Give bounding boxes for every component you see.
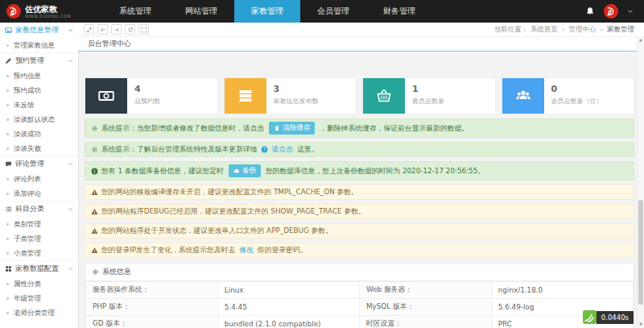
alert-text: 系统提示：了解后台管理系统特性及版本更新详情 <box>101 145 258 154</box>
scroll-down-arrow-icon[interactable]: ▼ <box>638 321 644 328</box>
arrow-left-icon <box>100 27 106 33</box>
sidebar-item[interactable]: 类别管理 <box>0 217 78 231</box>
stat-value: 1 <box>412 84 444 94</box>
clear-cache-button[interactable]: 清除缓存 <box>269 122 315 135</box>
sidebar-group-label: 家教数据配置 <box>15 264 59 274</box>
warning-icon <box>91 208 98 215</box>
nav-item[interactable]: 系统管理 <box>102 0 168 23</box>
notification-bell-icon[interactable] <box>585 6 595 16</box>
scroll-up-arrow-icon[interactable]: ▲ <box>638 36 644 44</box>
collapse-button[interactable] <box>84 24 94 35</box>
pencil-icon <box>5 57 12 64</box>
vertical-scrollbar[interactable]: ▲ ▼ <box>637 36 644 328</box>
brand[interactable]: 佐优家教 WWW.ZUOYOU.COM <box>0 4 91 19</box>
breadcrumb-separator: ＞ <box>560 26 567 34</box>
grid-icon <box>5 265 12 272</box>
sidebar-item[interactable]: 小类管理 <box>0 246 78 260</box>
sidebar-group-header[interactable]: 评论管理 <box>0 156 78 172</box>
sidebar-item[interactable]: 洽谈默认状态 <box>0 112 78 127</box>
backup-button[interactable]: 备份 <box>229 164 261 177</box>
stat-cards: 4总预约数3家教信息发布数1教员总数量0会员总数量（位） <box>85 77 634 114</box>
sidebar-group-header[interactable]: 预约管理 <box>0 53 78 69</box>
refresh-button[interactable] <box>125 24 135 35</box>
alert-text: ，删除掉系统缓存，保证前台显示最新的数据。 <box>320 124 469 133</box>
tab-bar: 后台管理中心 <box>78 37 644 52</box>
scrollbar-thumb[interactable] <box>638 200 643 305</box>
system-info-header: 系统信息 <box>85 264 634 281</box>
arrow-right-button[interactable] <box>111 24 122 35</box>
breadcrumb-item[interactable]: 管理中心 <box>569 25 597 35</box>
alert-text: 您的网站的模板编译缓存未开启，建议更改配置文件的 TMPL_CACHE_ON 参… <box>101 188 358 197</box>
trash-icon <box>274 125 280 131</box>
dashboard-content: 4总预约数3家教信息发布数1教员总数量0会员总数量（位） 系统提示：当您新增或者… <box>78 73 638 328</box>
table-row: GD 版本：bundled (2.1.0 compatible)时区设置：PRC <box>86 316 634 328</box>
sidebar-group-label: 科目分类 <box>15 204 44 214</box>
sidebar-item[interactable]: 年级管理 <box>0 291 78 305</box>
user-avatar[interactable] <box>604 4 618 19</box>
expand-icon <box>141 27 147 33</box>
sidebar-item[interactable]: 洽谈成功 <box>0 127 78 141</box>
chevron-down-icon <box>68 27 73 33</box>
sidebar-item[interactable]: 添加评论 <box>0 186 78 201</box>
stat-card-body: 4总预约数 <box>127 78 167 114</box>
nav-item[interactable]: 财务管理 <box>366 0 432 23</box>
arrow-left-button[interactable] <box>97 24 108 35</box>
nav-item[interactable]: 家教管理 <box>234 0 300 23</box>
sidebar-item[interactable]: 洽谈失败 <box>0 141 78 156</box>
alert-link[interactable]: 修改 <box>239 246 254 255</box>
warning-icon <box>91 227 98 235</box>
breadcrumb-item[interactable]: 系统首页 <box>530 25 558 35</box>
info-label: GD 版本： <box>86 316 218 328</box>
sidebar-group: 科目分类类别管理子类管理小类管理 <box>0 201 78 260</box>
alert-text: 您的网站程序处于开发状态，建议更改单入口文件的 APP_DEBUG 参数。 <box>101 226 332 235</box>
thinkphp-trace-icon[interactable] <box>583 310 597 324</box>
sidebar-item[interactable]: 评论列表 <box>0 172 78 186</box>
nav-item[interactable]: 网站管理 <box>168 0 234 23</box>
sidebar-item[interactable]: 老师分类管理 <box>0 305 78 320</box>
sidebar-item[interactable]: 预约成功 <box>0 83 78 98</box>
stat-card[interactable]: 1教员总数量 <box>362 77 496 114</box>
users-icon-box <box>502 78 544 114</box>
help-icon: ? <box>261 146 268 153</box>
alert-link[interactable]: 请点击 <box>272 145 293 154</box>
info-value: Linux <box>217 282 359 299</box>
stat-card[interactable]: 4总预约数 <box>85 77 218 114</box>
sidebar-group-header[interactable]: 家教数据配置 <box>0 261 78 276</box>
sidebar-item[interactable]: 管理家教信息 <box>0 38 78 52</box>
comment-icon <box>5 160 12 168</box>
alert-success: 系统提示：当您新增或者修改了数据信息时，请点击清除缓存，删除掉系统缓存，保证前台… <box>85 118 634 138</box>
alert-warning: 您的网站的模板编译缓存未开启，建议更改配置文件的 TMPL_CACHE_ON 参… <box>85 185 634 200</box>
stat-card[interactable]: 0会员总数量（位） <box>502 77 635 114</box>
server-icon <box>237 88 254 104</box>
warning-icon <box>91 247 98 254</box>
sidebar: 家教信息管理管理家教信息预约管理预约信息预约成功未反馈洽谈默认状态洽谈成功洽谈失… <box>0 23 79 328</box>
sidebar-group-header[interactable]: 科目分类 <box>0 201 78 217</box>
system-info-title: 系统信息 <box>102 267 131 277</box>
gear-icon <box>91 146 98 153</box>
sidebar-item[interactable]: 属性分类 <box>0 276 78 291</box>
sidebar-item[interactable]: 预约信息 <box>0 69 78 83</box>
user-menu-chevron-down-icon[interactable] <box>627 8 634 15</box>
nav-item[interactable]: 会员管理 <box>300 0 366 23</box>
stat-card[interactable]: 3家教信息发布数 <box>224 77 357 114</box>
stat-value: 4 <box>134 84 160 94</box>
table-row: PHP 版本：5.4.45MySQL 版本：5.6.49-log <box>86 299 634 316</box>
sidebar-item[interactable]: 子类管理 <box>0 231 78 246</box>
stat-card-body: 1教员总数量 <box>405 78 452 114</box>
arrow-right-icon <box>114 27 120 33</box>
breadcrumb-item[interactable]: 家教管理 <box>607 25 634 35</box>
sidebar-group-header[interactable]: 家教信息管理 <box>0 23 78 38</box>
alert-success: 系统提示：了解后台管理系统特性及版本更新详情?请点击这里。 <box>85 142 634 157</box>
info-value: 5.4.45 <box>217 299 359 316</box>
photo-icon <box>5 27 12 34</box>
money-icon <box>98 88 114 104</box>
stat-label: 总预约数 <box>134 97 160 106</box>
sidebar-item[interactable]: 未反馈 <box>0 98 78 112</box>
tab-dashboard[interactable]: 后台管理中心 <box>78 37 141 50</box>
sidebar-group-label: 评论管理 <box>15 159 44 169</box>
alert-text: 您的登录IP发生了变化，系统提示您及时去 <box>101 246 235 255</box>
main-area: 当前位置：系统首页＞管理中心＞家教管理 后台管理中心 4总预约数3家教信息发布数… <box>78 23 644 328</box>
brand-url: WWW.ZUOYOU.COM <box>25 14 71 19</box>
stat-value: 3 <box>274 84 319 94</box>
expand-button[interactable] <box>138 24 149 35</box>
